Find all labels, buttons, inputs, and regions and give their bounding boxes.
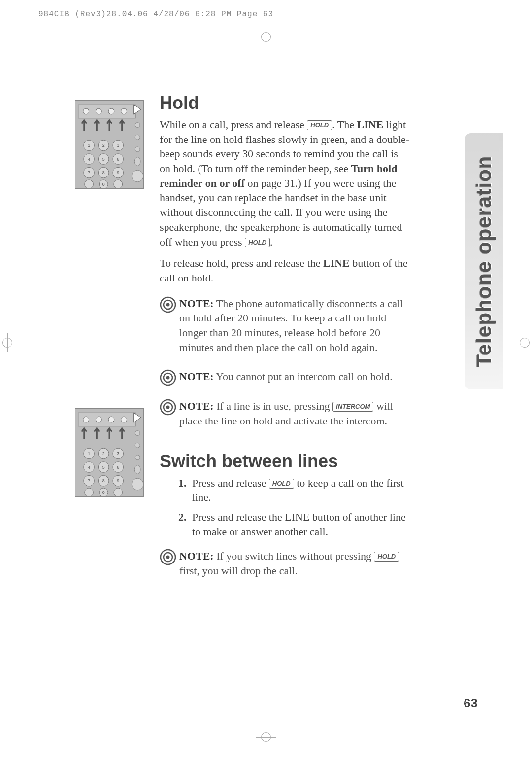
svg-point-38 [166,376,170,380]
registration-mark-icon [256,727,276,747]
svg-text:9: 9 [117,170,119,175]
hold-heading: Hold [160,93,411,113]
svg-point-41 [166,406,170,409]
svg-point-44 [83,417,89,422]
svg-point-50 [135,455,140,460]
svg-point-62 [85,488,94,496]
svg-text:8: 8 [102,478,105,483]
svg-point-2 [83,108,89,114]
svg-point-20 [85,180,94,188]
svg-text:7: 7 [88,170,90,175]
section-tab: Telephone operation [465,133,503,389]
note-target-icon [160,549,176,565]
note-target-icon [160,296,176,313]
svg-point-49 [135,443,140,448]
svg-text:0: 0 [102,490,105,495]
svg-point-52 [132,478,143,490]
svg-point-8 [135,147,140,152]
svg-point-6 [135,123,140,128]
note-3: NOTE: If a line is in use, pressing INTE… [160,399,416,428]
section-tab-label: Telephone operation [472,156,496,367]
svg-point-64 [114,488,123,496]
note-target-icon [160,399,176,416]
hold-paragraph-1: While on a call, press and release HOLD.… [160,117,411,249]
switch-heading: Switch between lines [160,451,411,472]
switch-steps: 1.Press and release HOLD to keep a call … [178,476,410,539]
registration-mark-icon [0,333,17,352]
note-1: NOTE: The phone automatically disconnect… [160,296,416,355]
svg-text:8: 8 [102,170,105,175]
svg-text:4: 4 [88,157,90,162]
svg-point-77 [166,556,170,559]
svg-point-9 [134,157,140,166]
svg-text:3: 3 [117,451,119,456]
note-2: NOTE: You cannot put an intercom call on… [160,369,416,386]
svg-text:6: 6 [117,157,119,162]
hold-key-icon: HOLD [245,238,270,247]
svg-text:7: 7 [88,478,90,483]
svg-text:6: 6 [117,465,119,470]
svg-point-51 [134,465,140,474]
print-header: 984CIB_(Rev3)28.04.06 4/28/06 6:28 PM Pa… [38,10,273,19]
svg-text:4: 4 [88,465,90,470]
svg-text:2: 2 [102,451,105,456]
svg-point-46 [108,417,114,422]
note-target-icon [160,369,176,386]
svg-text:5: 5 [102,157,105,162]
svg-point-47 [121,417,127,422]
registration-mark-icon [256,27,276,47]
svg-text:5: 5 [102,465,105,470]
intercom-key-icon: INTERCOM [332,402,373,412]
svg-text:1: 1 [88,143,90,148]
svg-text:3: 3 [117,143,119,148]
svg-text:2: 2 [102,143,105,148]
svg-point-22 [114,180,123,188]
registration-mark-icon [515,333,532,352]
hold-key-icon: HOLD [269,479,294,489]
svg-point-45 [96,417,101,422]
svg-point-35 [166,303,170,306]
svg-point-3 [96,108,101,114]
list-item: 2.Press and release the LINE button of a… [178,510,410,539]
phone-illustration-icon: 123 456 789 0 [75,100,144,189]
svg-point-4 [108,108,114,114]
svg-text:1: 1 [88,451,90,456]
phone-illustration-icon: 123 456 789 0 [75,408,144,497]
note-4: NOTE: If you switch lines without pressi… [160,549,416,578]
svg-text:0: 0 [102,182,105,187]
list-item: 1.Press and release HOLD to keep a call … [178,476,410,505]
svg-text:9: 9 [117,478,119,483]
svg-point-5 [121,108,127,114]
svg-point-7 [135,135,140,140]
svg-point-10 [132,170,143,182]
hold-key-icon: HOLD [307,120,332,130]
hold-paragraph-2: To release hold, press and release the L… [160,256,411,285]
page-number: 63 [464,696,478,711]
svg-point-48 [135,431,140,436]
hold-key-icon: HOLD [374,552,399,562]
